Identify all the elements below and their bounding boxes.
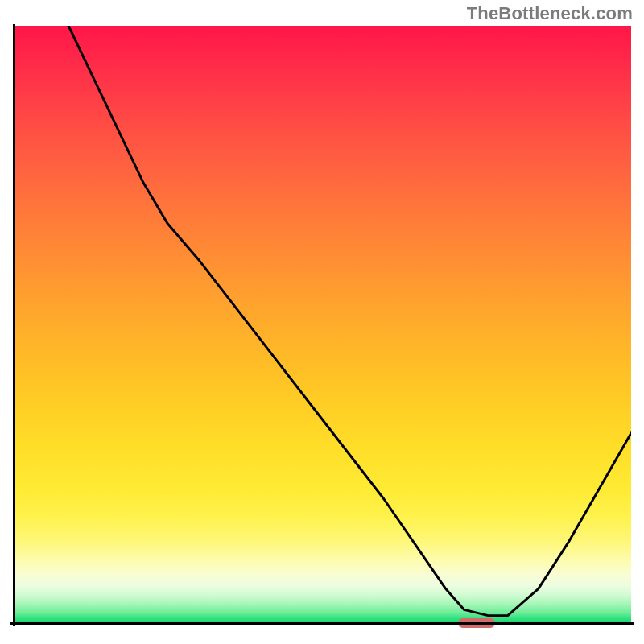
- x-axis-line: [10, 622, 634, 625]
- y-axis-line: [13, 24, 15, 626]
- plot-area: [13, 26, 631, 625]
- chart-stage: TheBottleneck.com: [0, 0, 644, 644]
- bottleneck-curve: [13, 26, 631, 625]
- watermark-text: TheBottleneck.com: [467, 3, 633, 24]
